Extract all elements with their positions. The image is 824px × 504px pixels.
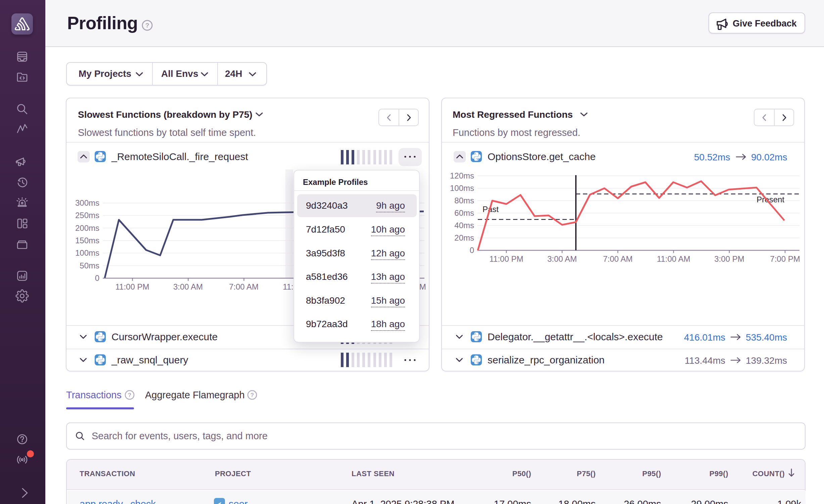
svg-text:0: 0 (95, 273, 99, 283)
svg-text:0: 0 (470, 246, 474, 255)
svg-text:200ms: 200ms (75, 223, 99, 233)
svg-text:11:00 PM: 11:00 PM (116, 282, 149, 291)
svg-text:100ms: 100ms (75, 248, 99, 257)
svg-text:50ms: 50ms (80, 261, 99, 270)
svg-text:80ms: 80ms (454, 196, 474, 205)
svg-text:300ms: 300ms (75, 198, 99, 207)
svg-text:60ms: 60ms (454, 208, 474, 217)
svg-text:3:00 PM: 3:00 PM (714, 254, 744, 263)
svg-text:Present: Present (757, 195, 784, 204)
svg-text:?: ? (145, 22, 149, 29)
svg-text:3:00 AM: 3:00 AM (173, 282, 203, 291)
svg-text:?: ? (128, 392, 131, 398)
svg-text:?: ? (250, 392, 254, 398)
svg-text:20ms: 20ms (454, 233, 474, 242)
svg-text:40ms: 40ms (454, 221, 474, 230)
svg-text:3:00 AM: 3:00 AM (547, 254, 577, 263)
svg-text:250ms: 250ms (75, 211, 99, 220)
svg-text:11:00 PM: 11:00 PM (490, 254, 523, 263)
svg-text:100ms: 100ms (450, 184, 474, 193)
svg-text:150ms: 150ms (75, 236, 99, 245)
svg-text:7:00 PM: 7:00 PM (770, 254, 800, 263)
svg-text:11:00 AM: 11:00 AM (657, 254, 690, 263)
svg-text:7:00 AM: 7:00 AM (603, 254, 633, 263)
svg-text:7:00 AM: 7:00 AM (229, 282, 259, 291)
svg-text:120ms: 120ms (450, 171, 474, 180)
